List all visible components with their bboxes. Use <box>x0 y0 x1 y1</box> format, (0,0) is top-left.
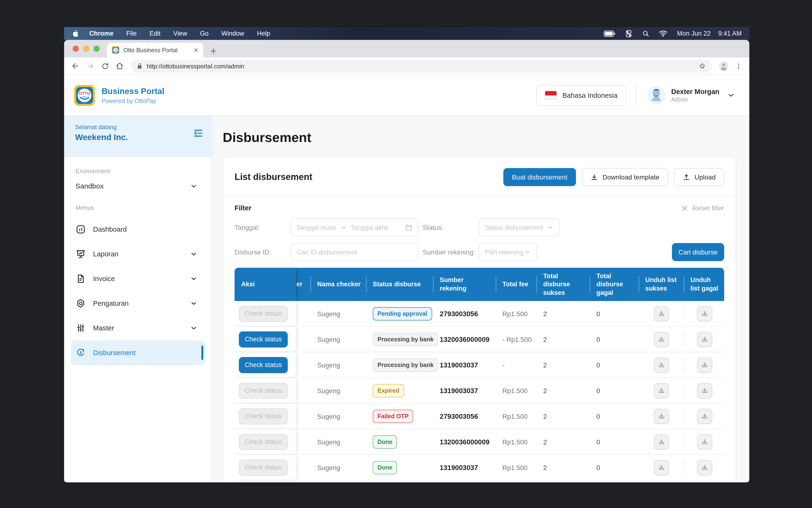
check-status-button[interactable]: Check status <box>239 382 288 398</box>
browser-menu-icon[interactable] <box>733 61 743 71</box>
download-template-button[interactable]: Download template <box>582 168 668 186</box>
apple-menu-icon[interactable] <box>72 30 79 38</box>
unduh-sukses-cell <box>639 455 684 480</box>
total-fee-cell: - Rp1.500 <box>496 327 537 352</box>
tab-close-icon[interactable] <box>193 47 199 53</box>
forward-icon[interactable] <box>85 60 96 72</box>
buat-disbursement-button[interactable]: Buat disbursement <box>503 168 576 186</box>
master-icon <box>76 323 86 333</box>
new-tab-button[interactable] <box>210 47 217 55</box>
download-success-button[interactable] <box>654 306 669 321</box>
menubar-item-help[interactable]: Help <box>257 30 270 37</box>
minimize-window-button[interactable] <box>83 46 89 52</box>
page-title: Disbursement <box>223 130 749 145</box>
reset-filter-label: Reset filter <box>692 204 724 212</box>
sidebar-item-pengaturan[interactable]: Pengaturan <box>71 291 205 316</box>
sidebar-item-laporan[interactable]: Laporan <box>71 242 205 266</box>
hidden-column-cell <box>296 378 310 403</box>
filter-title: Filter <box>234 204 251 212</box>
chevron-down-icon <box>190 250 198 258</box>
indonesia-flag-icon <box>545 91 557 100</box>
sumber-rekening-select[interactable]: Pilih rekening <box>479 243 537 261</box>
upload-button[interactable]: Upload <box>674 168 724 186</box>
download-failed-button[interactable] <box>697 460 712 475</box>
back-icon[interactable] <box>70 60 81 72</box>
hidden-column-cell <box>296 429 310 454</box>
browser-profile-icon[interactable] <box>718 60 730 72</box>
download-failed-button[interactable] <box>697 332 712 347</box>
unduh-gagal-cell <box>684 327 725 352</box>
language-label: Bahasa Indonesia <box>562 91 617 99</box>
bookmark-star-icon[interactable] <box>698 62 706 70</box>
tanggal-akhir-input[interactable]: Tanggal akhir <box>351 224 389 231</box>
download-failed-button[interactable] <box>697 383 712 398</box>
sidebar-collapse-icon[interactable] <box>193 128 204 139</box>
user-menu-chevron-down-icon[interactable] <box>727 91 735 99</box>
date-range-input[interactable]: Tanggal mulai Tanggal akhir <box>291 218 418 237</box>
menubar-item-window[interactable]: Window <box>221 30 244 37</box>
sidebar-item-master[interactable]: Master <box>71 316 205 340</box>
download-failed-button[interactable] <box>697 357 712 373</box>
address-bar[interactable]: http://ottobusinessportal.com/admin <box>131 59 712 72</box>
status-badge: Processing by bank <box>373 358 438 372</box>
battery-icon[interactable] <box>603 30 615 37</box>
disburse-id-input[interactable] <box>291 243 418 261</box>
table-row: Check status <box>234 480 724 482</box>
menubar-item-edit[interactable]: Edit <box>149 30 161 37</box>
sidebar-item-dashboard[interactable]: Dashboard <box>71 217 205 242</box>
download-success-button[interactable] <box>654 357 669 373</box>
menubar-item-view[interactable]: View <box>173 30 187 37</box>
hidden-column-cell <box>296 455 310 480</box>
cari-disburse-button[interactable]: Cari disburse <box>672 243 724 261</box>
user-avatar[interactable] <box>647 86 666 104</box>
download-success-button[interactable] <box>654 383 669 398</box>
unduh-sukses-cell <box>639 480 684 482</box>
total-gagal-cell <box>590 480 639 482</box>
download-failed-button[interactable] <box>697 434 712 449</box>
spotlight-search-icon[interactable] <box>642 30 650 37</box>
status-cell: Processing by bank <box>366 327 433 352</box>
status-select[interactable]: Status disbursement <box>479 218 560 237</box>
toggles-icon[interactable] <box>625 29 633 38</box>
unduh-gagal-cell <box>684 378 725 403</box>
column-header-3: Nama checker <box>310 268 366 301</box>
check-status-button[interactable]: Check status <box>239 434 288 450</box>
app-root: OTTOPAY Business Portal Powered by OttoP… <box>64 75 749 482</box>
home-icon[interactable] <box>114 60 125 72</box>
check-status-button[interactable]: Check status <box>239 305 288 322</box>
total-fee-cell: Rp1.500 <box>496 378 537 403</box>
check-status-button[interactable]: Check status <box>239 357 288 373</box>
url-text[interactable]: http://ottobusinessportal.com/admin <box>147 62 244 70</box>
zoom-window-button[interactable] <box>93 46 100 52</box>
download-success-button[interactable] <box>654 434 669 449</box>
nama-checker-cell: Sugeng <box>310 455 366 480</box>
download-success-button[interactable] <box>654 409 669 424</box>
sidebar-item-disbursement[interactable]: $ Disbursement <box>71 340 205 365</box>
reload-icon[interactable] <box>99 60 111 72</box>
download-failed-button[interactable] <box>697 306 712 321</box>
total-gagal-cell: 0 <box>590 429 639 454</box>
menubar-item-file[interactable]: File <box>126 30 137 37</box>
aksi-cell: Check status <box>234 327 296 352</box>
download-success-button[interactable] <box>654 332 669 347</box>
check-status-button[interactable]: Check status <box>239 408 288 424</box>
download-success-button[interactable] <box>654 460 669 475</box>
tanggal-label: Tanggal: <box>234 224 291 231</box>
wifi-icon[interactable] <box>658 30 668 37</box>
language-selector-button[interactable]: Bahasa Indonesia <box>536 85 626 105</box>
sidebar-item-invoice[interactable]: Invoice <box>71 266 205 291</box>
check-status-button[interactable]: Check status <box>239 331 288 347</box>
reset-filter-button[interactable]: Reset filter <box>681 204 724 212</box>
menubar-app-name[interactable]: Chrome <box>89 30 114 37</box>
tanggal-mulai-input[interactable]: Tanggal mulai <box>296 224 336 231</box>
check-status-button[interactable]: Check status <box>239 459 288 475</box>
sidebar-menu: Dashboard Laporan Invoice Pengaturan Mas… <box>64 217 212 365</box>
total-gagal-cell: 0 <box>590 404 639 429</box>
download-failed-button[interactable] <box>697 409 712 424</box>
menubar-item-go[interactable]: Go <box>200 30 209 37</box>
calendar-icon[interactable] <box>405 224 413 231</box>
browser-tab[interactable]: OTTOPAY Otto Business Portal <box>107 43 203 57</box>
close-window-button[interactable] <box>73 46 79 52</box>
lock-icon[interactable] <box>137 63 142 69</box>
environment-selector[interactable]: Sandbox <box>64 175 212 190</box>
